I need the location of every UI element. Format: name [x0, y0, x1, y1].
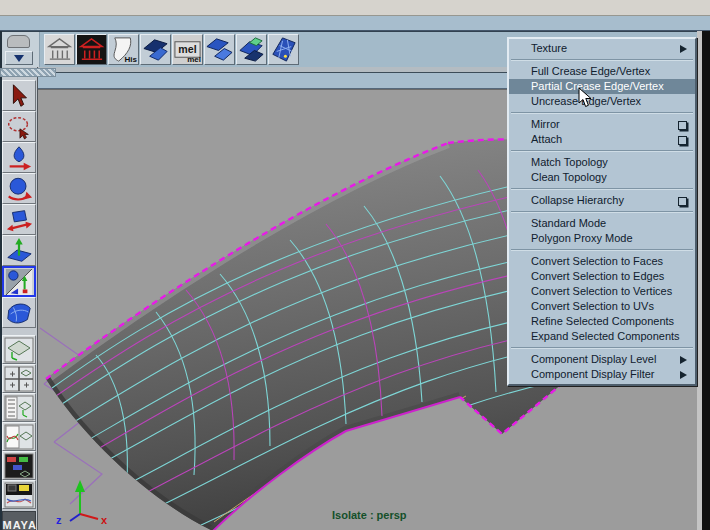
toolbox-tools — [2, 80, 36, 328]
menu-item[interactable]: Partial Crease Edge/Vertex — [509, 79, 695, 94]
menu-separator — [511, 344, 693, 352]
menu-item[interactable]: Collapse Hierarchy — [509, 193, 695, 208]
window-menubar — [0, 0, 710, 16]
submenu-arrow-icon — [677, 44, 689, 54]
menu-item[interactable]: Clean Topology — [509, 170, 695, 185]
quick-layout-buttons — [2, 335, 36, 509]
menu-item[interactable]: Expand Selected Components — [509, 329, 695, 344]
subdiv-surfaces-menu: Texture Full Crease Edge/Vertex Partial … — [507, 37, 697, 386]
hypergraph-layout-button[interactable] — [2, 451, 36, 480]
shelf-tab-icon[interactable] — [7, 35, 30, 48]
menu-item[interactable]: Standard Mode — [509, 216, 695, 231]
menu-separator — [511, 208, 693, 216]
shelf-polygon-button[interactable] — [140, 34, 171, 65]
outliner-persp-layout-button[interactable] — [2, 393, 36, 422]
submenu-arrow-icon — [677, 355, 689, 365]
toolbox: MAYA — [0, 67, 38, 530]
option-box-icon — [677, 196, 689, 206]
menu-item[interactable]: Refine Selected Components — [509, 314, 695, 329]
surface-tool-button[interactable] — [2, 297, 36, 328]
shelf-temple-outline-button[interactable] — [44, 34, 75, 65]
shelf-history-button[interactable]: His — [108, 34, 139, 65]
shelf-items: His mel — [44, 34, 299, 65]
shelf-polygon-green-button[interactable] — [236, 34, 267, 65]
menu-separator — [511, 56, 693, 64]
shelf-tab-panel — [0, 32, 40, 68]
menu-item[interactable]: Uncrease Edge/Vertex — [509, 94, 695, 109]
menu-item[interactable]: Full Crease Edge/Vertex — [509, 64, 695, 79]
window-border-left — [0, 31, 2, 530]
single-pane-layout-button[interactable] — [2, 335, 36, 364]
four-pane-layout-button[interactable] — [2, 364, 36, 393]
menu-item[interactable]: Convert Selection to Faces — [509, 254, 695, 269]
move-tool-button[interactable] — [2, 142, 36, 173]
menu-item[interactable]: Convert Selection to Vertices — [509, 284, 695, 299]
menu-item[interactable]: Match Topology — [509, 155, 695, 170]
menu-item[interactable]: Mirror — [509, 117, 695, 132]
menu-item[interactable]: Texture — [509, 41, 695, 56]
maya-logo: MAYA — [2, 511, 36, 530]
menu-item[interactable]: Attach — [509, 132, 695, 147]
menu-separator — [511, 246, 693, 254]
window-border-right-dark — [702, 31, 710, 530]
lasso-select-tool-button[interactable] — [2, 111, 36, 142]
shelf-mel-script-button[interactable]: mel — [172, 34, 203, 65]
menu-item[interactable]: Convert Selection to Edges — [509, 269, 695, 284]
option-box-icon — [677, 135, 689, 145]
menu-item[interactable]: Component Display Filter — [509, 367, 695, 382]
menu-separator — [511, 109, 693, 117]
menu-separator — [511, 185, 693, 193]
toolbar-drag-handle[interactable] — [0, 68, 56, 77]
option-box-icon — [677, 120, 689, 130]
show-manipulator-tool-button[interactable] — [2, 235, 36, 266]
rotate-tool-button[interactable] — [2, 173, 36, 204]
select-tool-button[interactable] — [2, 80, 36, 111]
maya-application-window: His mel — [0, 0, 710, 530]
app-menubar — [0, 16, 710, 31]
shelf-subdiv-plane-button[interactable] — [268, 34, 299, 65]
mouse-cursor — [578, 87, 593, 108]
submenu-arrow-icon — [677, 370, 689, 380]
axis-x-label: x — [101, 514, 108, 526]
axis-z-label: z — [56, 514, 62, 526]
scale-tool-button[interactable] — [2, 204, 36, 235]
shelf-polygon-pair-button[interactable] — [204, 34, 235, 65]
isolate-select-label: Isolate : persp — [332, 509, 407, 521]
view-axis-indicator: x z — [56, 480, 108, 526]
graph-persp-layout-button[interactable] — [2, 422, 36, 451]
chevron-down-icon — [14, 55, 24, 62]
menu-item[interactable]: Convert Selection to UVs — [509, 299, 695, 314]
current-tool-button[interactable] — [2, 266, 36, 297]
menu-item[interactable]: Component Display Level — [509, 352, 695, 367]
shelf-expand-button[interactable] — [5, 51, 33, 65]
shelf-temple-red-button[interactable] — [76, 34, 107, 65]
hypershade-persp-layout-button[interactable] — [2, 480, 36, 509]
menu-separator — [511, 147, 693, 155]
menu-item[interactable]: Polygon Proxy Mode — [509, 231, 695, 246]
